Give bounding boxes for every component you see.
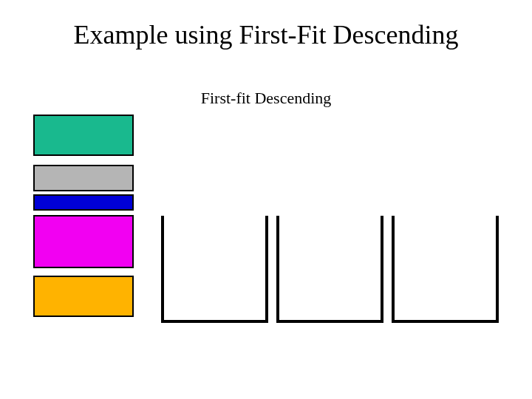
item-blue: [33, 194, 134, 211]
bin-1: [161, 216, 268, 323]
bin-3: [392, 216, 499, 323]
page-title: Example using First-Fit Descending: [0, 21, 532, 50]
item-magenta: [33, 215, 134, 268]
item-orange: [33, 276, 134, 317]
item-grey: [33, 165, 134, 191]
item-teal: [33, 115, 134, 156]
algorithm-subtitle: First-fit Descending: [0, 89, 532, 108]
bin-2: [276, 216, 383, 323]
